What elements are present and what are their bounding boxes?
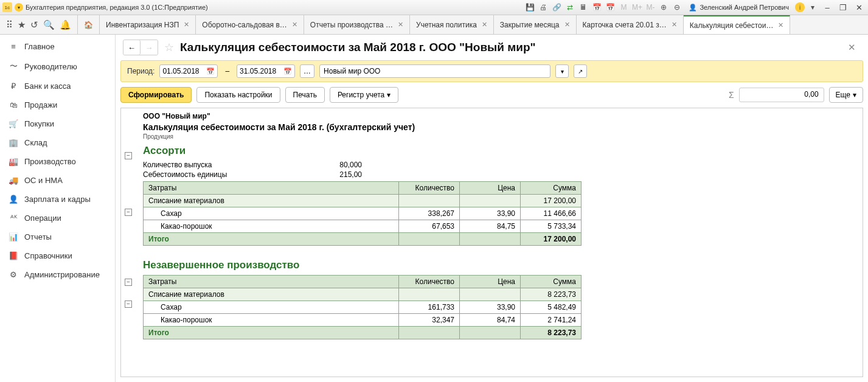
param-label: Себестоимость единицы (143, 170, 307, 179)
sidebar-item-operations[interactable]: ᴬᴷОперации (0, 209, 115, 227)
report-subtitle: Продукция (143, 133, 863, 140)
zoom-in-icon[interactable]: ⊕ (658, 2, 669, 13)
chevron-down-icon: ▾ (853, 91, 856, 99)
sidebar-item-payroll[interactable]: 👤Зарплата и кадры (0, 190, 115, 209)
favorite-icon[interactable]: ★ (18, 19, 26, 30)
param-value: 80,000 (307, 161, 362, 169)
close-icon[interactable]: ✕ (398, 21, 403, 29)
print-icon[interactable]: 🖨 (538, 2, 549, 13)
tab-3[interactable]: Учетная политика✕ (410, 15, 494, 34)
sidebar-item-bank[interactable]: ₽Банк и касса (0, 77, 115, 96)
menu-icon: ≡ (9, 42, 18, 51)
sidebar-item-manager[interactable]: 〜Руководителю (0, 56, 115, 77)
date-from-field[interactable]: 📅 (159, 64, 218, 78)
link-icon[interactable]: 🔗 (551, 2, 562, 13)
m-minus-icon[interactable]: M- (645, 2, 656, 13)
org-input[interactable] (324, 67, 546, 75)
sidebar-item-admin[interactable]: ⚙Администрирование (0, 265, 115, 284)
report-area[interactable]: ООО "Новый мир" Калькуляция себестоимост… (120, 108, 863, 377)
item-name: Сахар (144, 301, 399, 314)
sidebar-item-label: Зарплата и кадры (24, 195, 91, 204)
sigma-icon: Σ (729, 90, 734, 100)
close-page-button[interactable]: ✕ (843, 42, 861, 53)
calendar-icon[interactable]: 📅 (206, 68, 215, 75)
collapse-toggle[interactable]: − (125, 300, 132, 308)
tab-4[interactable]: Закрытие месяца✕ (494, 15, 577, 34)
org-open-button[interactable]: ↗ (574, 64, 587, 78)
close-icon[interactable]: ✕ (482, 21, 487, 29)
zoom-out-icon[interactable]: ⊖ (672, 2, 682, 13)
back-button[interactable]: ← (123, 40, 141, 55)
sidebar-item-production[interactable]: 🏭Производство (0, 152, 115, 171)
apps-icon[interactable]: ⠿ (6, 19, 13, 30)
m-icon[interactable]: M (618, 2, 629, 13)
register-button[interactable]: Регистр учета ▾ (330, 87, 398, 103)
tab-0[interactable]: Инвентаризация НЗП✕ (100, 15, 196, 34)
tab-5[interactable]: Карточка счета 20.01 з…✕ (577, 15, 684, 34)
info-dd-icon[interactable]: ▾ (807, 2, 818, 13)
close-icon[interactable]: ✕ (564, 21, 570, 29)
generate-button[interactable]: Сформировать (120, 87, 192, 103)
tab-2[interactable]: Отчеты производства …✕ (304, 15, 410, 34)
dash: – (223, 67, 232, 75)
sidebar-item-sales[interactable]: 🛍Продажи (0, 96, 115, 114)
page-title: Калькуляция себестоимости за Май 2018 г.… (180, 41, 536, 54)
total-sum: 17 200,00 (521, 233, 582, 246)
sidebar-item-assets[interactable]: 🚚ОС и НМА (0, 171, 115, 190)
calendar-icon[interactable]: 📅 (591, 2, 602, 13)
group-name: Списание материалов (144, 195, 399, 207)
collapse-toggle[interactable]: − (125, 279, 132, 286)
minimize-button[interactable]: – (821, 3, 834, 12)
notifications-icon[interactable]: 🔔 (60, 19, 71, 30)
sidebar: ≡Главное 〜Руководителю ₽Банк и касса 🛍Пр… (0, 35, 116, 382)
sidebar-item-reports[interactable]: 📊Отчеты (0, 227, 115, 246)
user-block[interactable]: 👤 Зеленский Андрей Петрович (685, 4, 793, 12)
date-from-input[interactable] (162, 67, 204, 75)
show-settings-button[interactable]: Показать настройки (196, 87, 280, 103)
chart-icon: 〜 (9, 61, 18, 72)
app-menu-dropdown-icon[interactable]: ▾ (15, 3, 23, 12)
ruble-icon: ₽ (9, 82, 18, 91)
history-icon[interactable]: ↺ (30, 19, 38, 30)
sidebar-item-purchases[interactable]: 🛒Покупки (0, 114, 115, 133)
home-tab[interactable]: 🏠 (77, 15, 100, 34)
calendar-icon[interactable]: 📅 (283, 68, 292, 75)
date-to-input[interactable] (240, 67, 281, 75)
total-sum: 8 223,73 (521, 327, 582, 339)
date-to-field[interactable]: 📅 (237, 64, 295, 78)
favorite-star-icon[interactable]: ☆ (164, 41, 174, 54)
tab-6[interactable]: Калькуляция себестои…✕ (684, 15, 791, 34)
save-icon[interactable]: 💾 (524, 2, 535, 13)
group-sum: 17 200,00 (521, 195, 582, 207)
sidebar-item-label: Администрирование (24, 270, 100, 279)
org-field[interactable] (319, 64, 550, 78)
calendar2-icon[interactable]: 📅 (605, 2, 616, 13)
more-button[interactable]: Еще▾ (829, 87, 863, 103)
calc-icon[interactable]: 🖩 (578, 2, 589, 13)
close-window-button[interactable]: ✕ (852, 3, 866, 12)
close-icon[interactable]: ✕ (778, 21, 783, 29)
period-picker-button[interactable]: … (300, 64, 314, 78)
collapse-toggle[interactable]: − (125, 209, 132, 216)
info-icon[interactable]: i (795, 2, 805, 12)
close-icon[interactable]: ✕ (672, 21, 677, 29)
compare-icon[interactable]: ⇄ (564, 2, 575, 13)
search-icon[interactable]: 🔍 (43, 19, 55, 30)
collapse-toggle[interactable]: − (125, 152, 132, 159)
sum-field[interactable]: 0,00 (739, 88, 824, 102)
maximize-button[interactable]: ❐ (836, 3, 850, 12)
org-dropdown-button[interactable]: ▾ (555, 64, 569, 78)
tab-1[interactable]: Оборотно-сальдовая в…✕ (196, 15, 304, 34)
bars-icon: 📊 (9, 232, 18, 241)
forward-button[interactable]: → (141, 40, 158, 55)
close-icon[interactable]: ✕ (184, 21, 189, 29)
sidebar-item-warehouse[interactable]: 🏢Склад (0, 133, 115, 152)
total-label: Итого (144, 233, 399, 246)
print-button[interactable]: Печать (285, 87, 325, 103)
sidebar-item-main[interactable]: ≡Главное (0, 37, 115, 56)
app-title: Бухгалтерия предприятия, редакция 3.0 (1… (26, 4, 208, 11)
m-plus-icon[interactable]: M+ (631, 2, 642, 13)
titlebar: 1c ▾ Бухгалтерия предприятия, редакция 3… (0, 0, 868, 15)
sidebar-item-refs[interactable]: 📕Справочники (0, 246, 115, 265)
close-icon[interactable]: ✕ (292, 21, 297, 29)
